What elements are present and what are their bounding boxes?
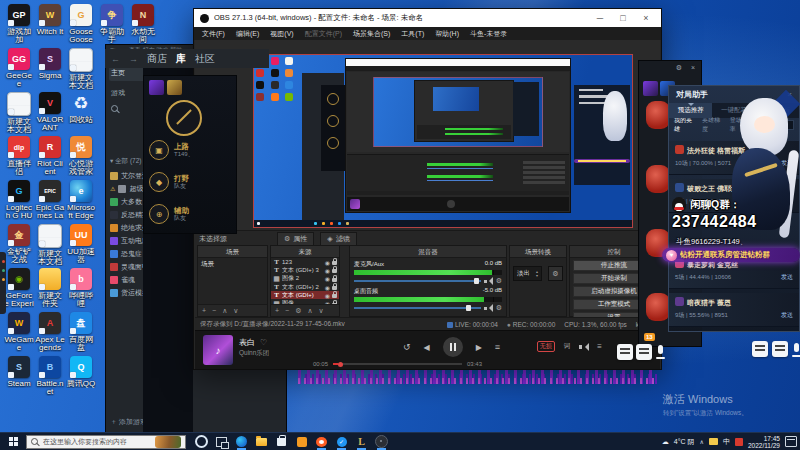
visibility-icon[interactable]: ◉ [325,275,330,282]
close-button[interactable]: × [637,13,655,23]
add-source-button[interactable]: + [275,307,279,314]
mic-tool-icon[interactable] [656,345,665,359]
search-highlight-image[interactable] [155,436,181,448]
desktop-icon-geforce[interactable]: ◉GeForce Experience [4,268,34,308]
desktop-volume-slider[interactable] [354,307,481,309]
lol-taskbar-button[interactable]: L [353,434,370,450]
desktop-icon-steam[interactable]: SSteam [4,356,34,388]
lane-row-support[interactable]: ⊕ 辅助队友 [149,204,189,224]
loop-icon[interactable]: ↺ [403,342,411,352]
transition-settings-button[interactable]: ⚙ [548,266,563,281]
source-properties-button[interactable]: ⚙ [295,307,301,315]
chat-tool-button[interactable] [636,344,652,360]
visibility-icon[interactable]: ◉ [325,284,330,291]
add-scene-button[interactable]: + [202,307,206,314]
menu-scene-collection[interactable]: 场景集合(S) [353,29,390,39]
desktop-icon-naraka[interactable]: N永劫无间 [128,4,158,44]
desktop-icon-uu[interactable]: UUUU加速器 [66,224,96,264]
wegame-check-button[interactable]: ✓ [333,434,350,450]
spinner-down-icon[interactable]: ▾ [536,274,538,278]
action-center-icon[interactable] [785,436,797,447]
desktop-icon-textdoc[interactable]: 新建文本文档 [4,92,34,134]
desktop-icon-xinyue[interactable]: 悦心悦游戏管家 [66,136,96,176]
summoner-spell-icon[interactable] [149,80,164,95]
desktop-icon-riot[interactable]: RRiot Client [35,136,65,176]
desktop-icon-battlenet[interactable]: BBattle.net [35,356,65,396]
send-button[interactable]: 发送 [781,273,793,282]
source-down-button[interactable]: ∨ [319,307,324,315]
next-track-icon[interactable]: ▶ [476,343,482,352]
menu-douyu-login[interactable]: 斗鱼-未登录 [470,29,507,39]
game-client-button[interactable] [373,434,390,450]
menu-profile[interactable]: 配置文件(P) [305,29,342,39]
desktop-icon-valorant[interactable]: VVALORANT [35,92,65,132]
back-icon[interactable]: ← [111,54,120,64]
properties-button[interactable]: ⚙属性 [277,232,314,246]
desktop-icon-goose[interactable]: GGoose Goose Duck [66,4,96,44]
cortana-button[interactable] [193,434,210,450]
lock-icon[interactable] [332,286,337,290]
menu-edit[interactable]: 编辑(E) [236,29,259,39]
filters-button[interactable]: ◈滤镜 [320,232,356,246]
desktop-icon-bilibili[interactable]: b哔哩哔哩 [66,268,96,308]
desktop-icon-textdoc2[interactable]: 新建文本文档 (2) [66,48,96,90]
gear-icon[interactable]: ⚙ [496,304,502,312]
lock-icon[interactable] [332,278,337,282]
gear-icon[interactable]: ⚙ [496,277,502,285]
desktop-icon-textdoc3[interactable]: 新建文本文档 (3) [35,224,65,266]
speaker-icon[interactable] [484,304,493,312]
source-up-button[interactable]: ∧ [307,307,312,315]
steam-tab-store[interactable]: 商店 [147,52,167,66]
tray-folder-icon[interactable] [709,438,718,445]
desktop-icon-sigma[interactable]: SSigma [35,48,65,80]
scene-item[interactable]: 场景 [198,258,267,271]
edge-taskbar-button[interactable] [233,434,250,450]
lock-icon[interactable] [332,269,337,273]
desktop-icon-tft[interactable]: 金金铲铲之战 [4,224,34,264]
desktop-icon-edge[interactable]: eMicrosoft Edge [66,180,96,220]
pause-button[interactable] [443,337,463,357]
taskbar-search-box[interactable] [26,435,186,449]
tray-expand-icon[interactable]: ∧ [700,438,704,445]
tab-preselect[interactable]: 预选推荐 [669,103,712,118]
obs-titlebar[interactable]: OBS 27.1.3 (64-bit, windows) - 配置文件: 未命名… [194,9,661,27]
taskbar-search-input[interactable] [41,437,152,446]
subtab-tier[interactable]: 英雄梯度 [702,116,725,134]
mic-tool-icon[interactable] [792,343,800,357]
steam-tab-library[interactable]: 库 [176,52,186,66]
task-view-button[interactable] [213,434,230,450]
desktop-icon-folder[interactable]: 新建文件夹 [35,268,65,308]
ime-indicator[interactable]: 中 [723,437,730,447]
close-icon[interactable]: × [691,64,695,72]
desktop-icon-livemate[interactable]: dlp直播伴侣 [4,136,34,176]
chat-tool-button[interactable] [752,341,768,357]
desktop-icon-geegee[interactable]: GGGeeGee [4,48,34,88]
steam-tab-community[interactable]: 社区 [195,52,215,66]
douyu-taskbar-button[interactable] [313,434,330,450]
desktop-icon-baidupan[interactable]: 盘百度网盘 [66,312,96,352]
transition-select[interactable]: 淡出 ▴▾ [513,266,542,281]
scene-up-button[interactable]: ∧ [222,307,227,315]
desktop-icon-witchit[interactable]: WWitch It [35,4,65,36]
menu-view[interactable]: 视图(V) [270,29,293,39]
obs-capture-source[interactable] [253,54,633,228]
subtab-my-champions[interactable]: 我的英雄 [674,116,697,134]
forward-icon[interactable]: → [129,54,138,64]
visibility-icon[interactable]: ◉ [325,292,330,299]
quality-badge[interactable]: 无损 [537,341,555,352]
lyrics-icon[interactable]: 词 [564,342,571,351]
champion-portrait-icon[interactable] [166,100,202,136]
remove-source-button[interactable]: − [285,307,289,314]
like-icon[interactable]: ♡ [260,338,267,347]
lock-icon[interactable] [332,261,337,265]
lane-row-jungle[interactable]: ◆ 打野队友 [149,172,189,192]
desktop-icon-recyclebin[interactable]: ♻回收站 [66,92,96,124]
weather-text[interactable]: 4°C 阴 [674,437,695,447]
scene-down-button[interactable]: ∨ [233,307,238,315]
previous-track-icon[interactable]: ◀ [424,343,430,352]
chat-tool-button[interactable] [772,341,788,357]
desktop-icon-gamepp[interactable]: GP游戏加加 [4,4,34,44]
store-button[interactable] [273,434,290,450]
file-explorer-button[interactable] [253,434,270,450]
desktop-icon-epic[interactable]: EPICEpic Games Launcher [35,180,65,220]
